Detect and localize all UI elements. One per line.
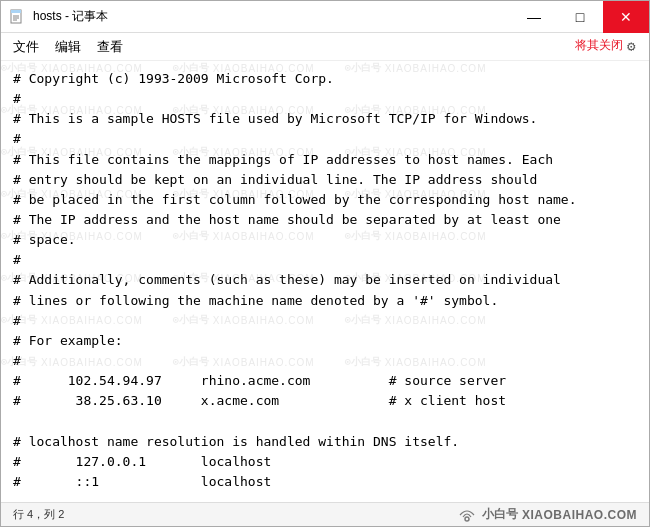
- title-bar-controls: — □ ✕: [511, 1, 649, 33]
- menu-bar: 文件 编辑 查看: [1, 33, 649, 61]
- radio-wave-icon: [456, 507, 478, 523]
- text-editor[interactable]: # Copyright (c) 1993-2009 Microsoft Corp…: [1, 61, 649, 502]
- status-bar: 行 4，列 2 小白号 XIAOBAIHAO.COM: [1, 502, 649, 526]
- svg-point-5: [465, 517, 469, 521]
- close-button[interactable]: ✕: [603, 1, 649, 33]
- window-title: hosts - 记事本: [33, 8, 108, 25]
- status-watermark-domain: XIAOBAIHAO.COM: [522, 508, 637, 522]
- title-bar-left: hosts - 记事本: [9, 8, 108, 25]
- notepad-icon: [9, 9, 25, 25]
- status-watermark-small: 小白号: [482, 506, 518, 523]
- gear-icon[interactable]: ⚙: [627, 38, 643, 54]
- maximize-button[interactable]: □: [557, 1, 603, 33]
- cursor-position: 行 4，列 2: [13, 507, 64, 522]
- close-label[interactable]: 将其关闭: [575, 37, 623, 54]
- minimize-button[interactable]: —: [511, 1, 557, 33]
- svg-rect-1: [11, 10, 21, 13]
- menu-edit[interactable]: 编辑: [47, 35, 89, 59]
- notepad-window: hosts - 记事本 — □ ✕ 文件 编辑 查看 将其关闭 ⚙ ⊙小白号XI…: [0, 0, 650, 527]
- close-overlay: 将其关闭 ⚙: [569, 33, 649, 58]
- title-bar: hosts - 记事本 — □ ✕: [1, 1, 649, 33]
- editor-content: # Copyright (c) 1993-2009 Microsoft Corp…: [13, 69, 637, 492]
- status-watermark: 小白号 XIAOBAIHAO.COM: [456, 506, 637, 523]
- menu-file[interactable]: 文件: [5, 35, 47, 59]
- menu-view[interactable]: 查看: [89, 35, 131, 59]
